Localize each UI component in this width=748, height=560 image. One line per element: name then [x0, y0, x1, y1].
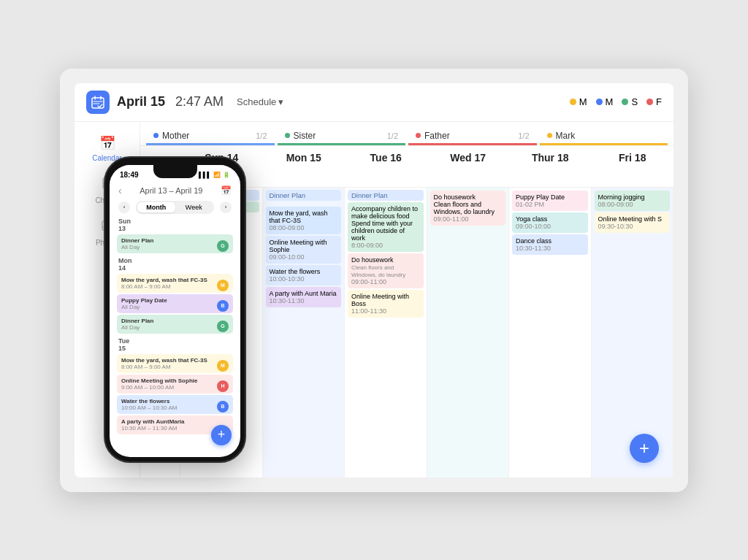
phone: 18:49 ▌▌▌ 📶 🔋 ‹ April 13 – April 19 📅 ‹: [104, 156, 246, 463]
legend-item-m1: M: [570, 96, 587, 107]
day-mon15: Mon 15: [263, 149, 346, 166]
view-week-button[interactable]: Week: [175, 202, 213, 212]
phone-day-tue: Tue15: [110, 335, 240, 353]
phone-time: 18:49: [120, 171, 139, 179]
legend-item-s: S: [622, 96, 638, 107]
svg-rect-0: [92, 98, 104, 108]
phone-event-mow-mon[interactable]: Mow the yard, wash that FC-3S 8:00 AM – …: [117, 274, 233, 293]
header: April 15 2:47 AM Schedule ▾ M M: [75, 83, 673, 122]
mother-dot: [153, 133, 159, 138]
phone-day-mon: Mon14: [110, 255, 240, 272]
phone-date-range: April 13 – April 19: [140, 186, 202, 195]
col-fri18: Morning jogging08:00-09:00 Online Meetin…: [592, 188, 674, 477]
legend-dot-m1: [570, 99, 576, 105]
event-party-mon[interactable]: A party with Aunt Maria10:30-11:30: [266, 287, 342, 307]
sister-dot: [285, 133, 290, 138]
event-housework-tue[interactable]: Do houseworkClean floors and Windows, do…: [348, 253, 424, 288]
phone-nav-arrows: ‹: [118, 202, 130, 213]
legend-item-m2: M: [596, 96, 614, 107]
day-thur18: Thur 18: [509, 149, 592, 166]
phone-event-puppy-mon[interactable]: Puppy Play Date All Day B: [117, 294, 233, 313]
legend: M M S F: [570, 96, 662, 107]
col-thur18: Puppy Play Date01-02 PM Yoga class09:00-…: [509, 188, 592, 477]
legend-item-f: F: [646, 96, 662, 107]
fab-add-event[interactable]: +: [630, 434, 659, 463]
event-meeting-boss-tue[interactable]: Online Meeting with Boss11:00-11:30: [348, 290, 424, 318]
phone-nav: ‹ Month Week ›: [110, 199, 240, 215]
event-mow-mon[interactable]: Mow the yard, wash that FC-3S08:00-09:00: [266, 207, 342, 234]
phone-prev-button[interactable]: ‹: [118, 202, 130, 213]
col-tue16: Dinner Plan Accompany children to make d…: [345, 188, 427, 477]
tab-mark[interactable]: Mark: [540, 126, 668, 145]
phone-event-dinner-sun[interactable]: Dinner Plan All Day G: [117, 234, 233, 253]
view-month-button[interactable]: Month: [137, 202, 175, 212]
phone-status-icons: ▌▌▌ 📶 🔋: [199, 172, 230, 178]
father-dot: [416, 133, 421, 138]
tab-father[interactable]: Father 1/2: [408, 126, 537, 145]
app-icon: [86, 91, 110, 114]
event-accompany-tue[interactable]: Accompany children to make delicious foo…: [348, 202, 424, 252]
schedule-button[interactable]: Schedule ▾: [237, 96, 283, 107]
legend-dot-s: [622, 99, 628, 105]
phone-event-mow-tue[interactable]: Mow the yard, wash that FC-3S 8:00 AM – …: [117, 354, 233, 373]
event-meeting-mon[interactable]: Online Meeting with Sophie09:00-10:00: [266, 236, 342, 264]
event-dance-thur[interactable]: Dance class10:30-11:30: [512, 234, 588, 255]
phone-fab[interactable]: +: [211, 425, 232, 445]
event-jogging-fri[interactable]: Morning jogging08:00-09:00: [595, 191, 671, 211]
tab-mother[interactable]: Mother 1/2: [146, 126, 275, 145]
header-time: 2:47 AM: [175, 94, 224, 110]
day-fri18: Fri 18: [592, 149, 674, 166]
calendar-icon: 📅: [99, 135, 115, 151]
phone-event-water-flowers[interactable]: Water the flowers 10:00 AM – 10:30 AM B: [117, 395, 233, 414]
event-dinner-mon[interactable]: Dinner Plan: [266, 190, 342, 201]
phone-header: ‹ April 13 – April 19 📅: [110, 182, 240, 199]
phone-next-button[interactable]: ›: [220, 202, 232, 213]
legend-dot-m2: [596, 99, 603, 105]
phone-screen: 18:49 ▌▌▌ 📶 🔋 ‹ April 13 – April 19 📅 ‹: [110, 165, 240, 457]
phone-event-dinner-mon[interactable]: Dinner Plan All Day G: [117, 315, 233, 334]
member-tabs: Mother 1/2 Sister 1/2: [140, 122, 673, 146]
tab-sister[interactable]: Sister 1/2: [278, 126, 406, 145]
phone-event-meeting-sophie[interactable]: Online Meeting with Sophie 9:00 AM – 10:…: [117, 375, 233, 394]
col-mon15: Dinner Plan Mow the yard, wash that FC-3…: [263, 188, 346, 477]
event-flowers-mon[interactable]: Water the flowers10:00-10:30: [266, 265, 342, 285]
view-toggle: Month Week: [136, 201, 214, 214]
event-yoga-thur[interactable]: Yoga class09:00-10:00: [512, 212, 588, 233]
phone-back-icon[interactable]: ‹: [118, 185, 122, 196]
event-puppy-thur[interactable]: Puppy Play Date01-02 PM: [512, 191, 588, 211]
event-meeting-fri[interactable]: Online Meeting with S09:30-10:30: [595, 212, 671, 233]
event-dinner-tue[interactable]: Dinner Plan: [348, 190, 424, 201]
event-housework-wed[interactable]: Do houseworkClean floors andWindows, do …: [430, 191, 506, 226]
phone-scroll[interactable]: Sun13 Dinner Plan All Day G Mon14 Mow th…: [110, 215, 240, 457]
day-tue16: Tue 16: [345, 149, 427, 166]
legend-dot-f: [646, 99, 653, 105]
mark-dot: [547, 133, 552, 138]
phone-calendar-icon[interactable]: 📅: [221, 185, 232, 196]
phone-notch: [153, 165, 197, 178]
col-wed17: Do houseworkClean floors andWindows, do …: [427, 188, 510, 477]
header-date: April 15: [117, 94, 165, 110]
phone-day-sun: Sun13: [110, 215, 240, 233]
day-wed17: Wed 17: [427, 149, 510, 166]
